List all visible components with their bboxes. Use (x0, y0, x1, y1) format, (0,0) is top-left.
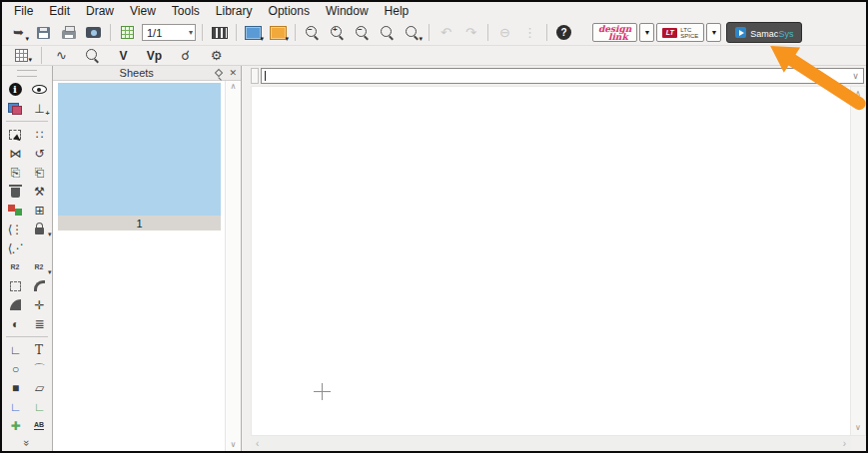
visibility-button[interactable] (28, 80, 51, 99)
ltspice-button[interactable]: LT LTCSPICE (656, 23, 704, 42)
delete-button[interactable] (4, 182, 27, 201)
design-link-dropdown[interactable]: ▼ (639, 23, 654, 42)
renumber-button[interactable]: R2 (4, 257, 27, 276)
scroll-right-icon[interactable]: › (843, 439, 846, 449)
panel-splitter[interactable] (242, 66, 251, 451)
chevron-down-icon[interactable]: ∨ (848, 71, 863, 81)
draw-line-button[interactable]: ∟ (4, 340, 27, 359)
component-search-combobox[interactable]: ∨ (261, 68, 864, 84)
select-button[interactable] (4, 125, 27, 144)
menu-file[interactable]: File (6, 3, 41, 19)
voltage-probe-label: V (119, 50, 127, 62)
voltage-probe-button[interactable]: V (112, 47, 135, 65)
scroll-up-icon[interactable]: ∧ (231, 83, 237, 91)
sheet-thumbnail-label[interactable]: 1 (58, 216, 221, 230)
wire-mode-alt-button[interactable]: ⟨⋰ (4, 238, 27, 257)
paste-button[interactable]: ⎗ (28, 163, 51, 182)
combo-row-handle[interactable] (251, 68, 259, 84)
sheets-scrollbar[interactable]: ∧ ∨ (225, 81, 241, 451)
draw-wire-button[interactable]: ∟ (28, 397, 51, 416)
voltage-phase-probe-button[interactable]: Vp (143, 47, 166, 65)
menu-edit[interactable]: Edit (41, 3, 78, 19)
vertical-scrollbar[interactable]: ∧ ∨ (850, 87, 865, 435)
info-button[interactable]: i (4, 80, 27, 99)
component-browser-button[interactable] (208, 22, 231, 44)
junction-star-button[interactable]: ✛ (28, 295, 51, 314)
layer-colors-button[interactable] (4, 201, 27, 220)
more-options-button[interactable]: ⋮ (518, 22, 541, 44)
design-link-button[interactable]: designlink (592, 23, 637, 42)
menu-options[interactable]: Options (261, 3, 318, 19)
list-compare-button[interactable]: ≣ (28, 314, 51, 333)
draw-polygon-button[interactable]: ▱ (28, 378, 51, 397)
edit-functions-button[interactable]: ⚒ (28, 182, 51, 201)
grid-settings-button[interactable]: ▾ (10, 47, 33, 65)
drawing-canvas[interactable]: ∧ ∨ (251, 86, 866, 436)
draw-arc-button[interactable]: ⌒ (28, 359, 51, 378)
copy-button[interactable]: ⎘ (4, 163, 27, 182)
redo-button[interactable]: ↷ (459, 22, 482, 44)
scroll-up-icon[interactable]: ∧ (855, 90, 861, 98)
schematic-view-button[interactable]: ▾ (242, 22, 265, 44)
close-icon[interactable]: ✕ (229, 69, 237, 78)
round-corner-button[interactable] (28, 276, 51, 295)
label-button[interactable]: AB (28, 416, 51, 435)
help-button[interactable]: ? (552, 22, 575, 44)
sheet-thumbnail[interactable] (58, 83, 221, 216)
origin-button[interactable]: ⊥+ (28, 99, 51, 118)
menu-view[interactable]: View (122, 3, 164, 19)
menu-draw[interactable]: Draw (78, 3, 122, 19)
samacsys-button[interactable]: SamacSys (726, 22, 802, 43)
draw-circle-button[interactable]: ○ (4, 359, 27, 378)
print-button[interactable] (57, 22, 80, 44)
scroll-down-icon[interactable]: ∨ (855, 424, 861, 432)
undo-button[interactable]: ↶ (434, 22, 457, 44)
sidebar-more-button[interactable]: » (21, 440, 33, 446)
zoom-out-button[interactable]: − (301, 22, 324, 44)
screenshot-button[interactable] (82, 22, 105, 44)
menu-tools[interactable]: Tools (164, 3, 208, 19)
ltspice-dropdown[interactable]: ▼ (706, 23, 721, 42)
rotate-button[interactable]: ↺ (28, 144, 51, 163)
open-import-button[interactable]: ➥▾ (7, 22, 30, 44)
zoom-in-button[interactable]: + (326, 22, 349, 44)
info-icon: i (9, 83, 22, 96)
draw-rectangle-button[interactable]: ■ (4, 378, 27, 397)
sheet-format-button[interactable] (116, 22, 139, 44)
separator (487, 24, 488, 41)
simulation-signal-button[interactable]: ∿ (50, 47, 73, 65)
menu-library[interactable]: Library (208, 3, 261, 19)
chevron-down-icon[interactable]: ▾ (189, 28, 193, 37)
scroll-left-icon[interactable]: ‹ (256, 439, 259, 449)
zoom-all-button[interactable]: ▾ (401, 22, 424, 44)
filled-corner-button[interactable] (4, 295, 27, 314)
layout-view-button[interactable]: ▾ (267, 22, 290, 44)
lock-button[interactable]: ▾ (28, 220, 51, 238)
probe-connect-button[interactable]: ☌ (174, 47, 197, 65)
pin-icon[interactable] (215, 69, 223, 77)
draw-text-button[interactable]: T (28, 340, 51, 359)
horizontal-scrollbar[interactable]: ‹ › (251, 436, 851, 451)
rubberband-button[interactable] (4, 276, 27, 295)
move-selection-button[interactable]: ⊞ (28, 201, 51, 220)
scroll-down-icon[interactable]: ∨ (231, 441, 237, 449)
mirror-button[interactable]: ⋈ (4, 144, 27, 163)
move-button[interactable]: ∷ (28, 125, 51, 144)
page-selector[interactable]: 1/1▾ (142, 24, 196, 41)
layer-select-button[interactable] (4, 99, 27, 118)
draw-bus-button[interactable]: ∟ (4, 397, 27, 416)
fill-toggle-button[interactable]: ◐ (4, 314, 27, 333)
renumber-options-button[interactable]: R2▾ (28, 257, 51, 276)
menu-help[interactable]: Help (377, 3, 418, 19)
zoom-window-button[interactable] (376, 22, 399, 44)
wire-mode-button[interactable]: ⟨⋮ (4, 220, 27, 238)
separator (236, 24, 237, 41)
simulation-settings-button[interactable]: ⚙ (205, 47, 228, 65)
sidebar-drag-handle[interactable] (17, 70, 37, 77)
zoom-previous-button[interactable]: − (351, 22, 374, 44)
menu-window[interactable]: Window (318, 3, 377, 19)
save-button[interactable] (32, 22, 55, 44)
add-node-button[interactable]: ✚ (4, 416, 27, 435)
remove-button[interactable]: ⊖ (493, 22, 516, 44)
probe-magnifier-button[interactable] (81, 47, 104, 65)
